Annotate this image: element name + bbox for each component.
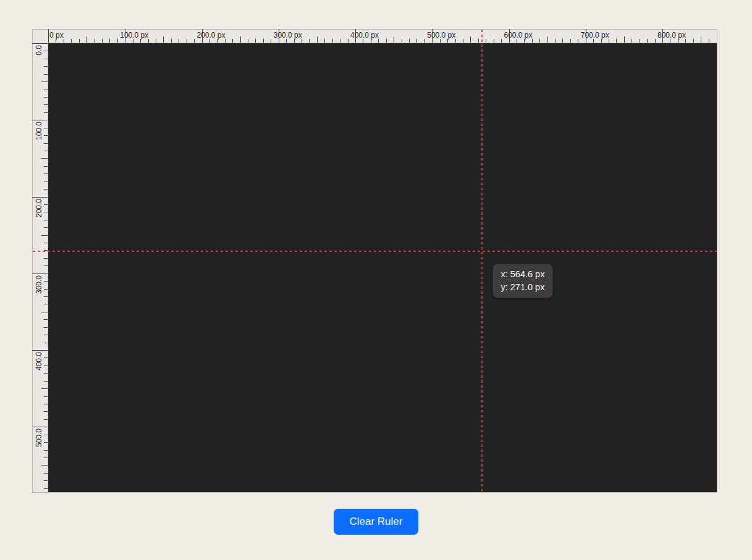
v-ruler-tick bbox=[44, 396, 48, 397]
h-ruler-tick bbox=[64, 39, 64, 43]
h-ruler-tick bbox=[478, 39, 479, 43]
h-ruler-tick bbox=[140, 39, 141, 43]
h-ruler-tick bbox=[501, 39, 502, 43]
h-ruler-label: 400.0 px bbox=[350, 31, 379, 39]
v-ruler-tick bbox=[44, 343, 48, 343]
v-ruler-tick bbox=[44, 258, 48, 259]
measurement-canvas[interactable] bbox=[48, 43, 717, 492]
h-ruler-tick bbox=[609, 39, 609, 43]
v-ruler-tick bbox=[44, 335, 48, 335]
h-ruler-tick bbox=[693, 39, 694, 43]
h-ruler-tick bbox=[179, 39, 179, 43]
v-ruler-tick bbox=[44, 189, 48, 190]
h-ruler-tick bbox=[217, 39, 218, 43]
v-ruler-tick bbox=[32, 274, 48, 274]
h-ruler-tick bbox=[79, 39, 80, 43]
v-ruler-tick bbox=[44, 243, 48, 243]
v-ruler-tick bbox=[41, 81, 48, 82]
v-ruler-label: 0.0 bbox=[35, 45, 43, 56]
v-ruler-tick bbox=[44, 59, 48, 59]
h-ruler-tick bbox=[647, 39, 648, 43]
h-ruler-tick bbox=[194, 39, 195, 43]
h-ruler-tick bbox=[71, 39, 72, 43]
v-ruler-label: 200.0 bbox=[35, 199, 43, 217]
h-ruler-tick bbox=[263, 39, 264, 43]
v-ruler-tick bbox=[44, 366, 48, 366]
v-ruler-tick bbox=[32, 427, 48, 427]
v-ruler-tick bbox=[41, 235, 48, 236]
h-ruler-tick bbox=[655, 39, 656, 43]
clear-ruler-button[interactable]: Clear Ruler bbox=[334, 509, 419, 535]
v-ruler-tick bbox=[44, 74, 48, 75]
h-ruler-tick bbox=[455, 39, 456, 43]
h-ruler-tick bbox=[248, 39, 248, 43]
horizontal-ruler: 0.0 px100.0 px200.0 px300.0 px400.0 px50… bbox=[33, 30, 717, 43]
h-ruler-tick bbox=[171, 39, 172, 43]
h-ruler-tick bbox=[348, 39, 349, 43]
h-ruler-tick bbox=[95, 39, 95, 43]
h-ruler-label: 800.0 px bbox=[657, 31, 686, 39]
h-ruler-tick bbox=[562, 39, 563, 43]
v-ruler-tick bbox=[44, 450, 48, 451]
v-ruler-tick bbox=[44, 143, 48, 144]
h-ruler-tick bbox=[678, 39, 678, 43]
v-ruler-tick bbox=[41, 158, 48, 159]
h-ruler-tick bbox=[340, 39, 340, 43]
h-ruler-tick bbox=[209, 39, 210, 43]
h-ruler-tick bbox=[156, 39, 156, 43]
v-ruler-tick bbox=[44, 304, 48, 304]
h-ruler-tick bbox=[386, 39, 387, 43]
h-ruler-tick bbox=[87, 36, 87, 43]
v-ruler-tick bbox=[44, 151, 48, 151]
v-ruler-tick bbox=[44, 281, 48, 282]
v-ruler-label: 400.0 bbox=[35, 352, 43, 370]
crosshair-horizontal-line bbox=[33, 251, 717, 252]
h-ruler-tick bbox=[517, 39, 517, 43]
h-ruler-tick bbox=[371, 39, 371, 43]
v-ruler-tick bbox=[44, 480, 48, 481]
h-ruler-tick bbox=[447, 39, 448, 43]
h-ruler-tick bbox=[117, 39, 118, 43]
v-ruler-tick bbox=[32, 43, 48, 44]
h-ruler-tick bbox=[570, 39, 571, 43]
h-ruler-label: 700.0 px bbox=[581, 31, 609, 39]
h-ruler-tick bbox=[524, 39, 525, 43]
v-ruler-tick bbox=[44, 411, 48, 412]
h-ruler-tick bbox=[494, 39, 494, 43]
h-ruler-label: 300.0 px bbox=[274, 31, 302, 39]
v-ruler-tick bbox=[44, 404, 48, 404]
h-ruler-tick bbox=[133, 39, 133, 43]
h-ruler-tick bbox=[402, 39, 402, 43]
h-ruler-tick bbox=[286, 39, 287, 43]
v-ruler-tick bbox=[44, 296, 48, 297]
h-ruler-tick bbox=[555, 39, 556, 43]
v-ruler-tick bbox=[44, 90, 48, 90]
v-ruler-tick bbox=[44, 182, 48, 182]
tooltip-x-value: x: 564.6 px bbox=[501, 268, 545, 281]
v-ruler-tick bbox=[44, 112, 48, 113]
v-ruler-tick bbox=[44, 166, 48, 167]
h-ruler-tick bbox=[547, 36, 548, 43]
v-ruler-tick bbox=[32, 350, 48, 351]
v-ruler-tick bbox=[44, 381, 48, 382]
h-ruler-tick bbox=[102, 39, 103, 43]
v-ruler-tick bbox=[44, 458, 48, 458]
h-ruler-tick bbox=[332, 39, 333, 43]
h-ruler-label: 200.0 px bbox=[197, 31, 226, 39]
page: { "ruler": { "horizontal": { "labels": [… bbox=[0, 0, 752, 560]
h-ruler-tick bbox=[363, 39, 363, 43]
ruler-corner bbox=[33, 30, 48, 43]
v-ruler-tick bbox=[44, 488, 48, 489]
v-ruler-tick bbox=[44, 104, 48, 105]
h-ruler-tick bbox=[56, 39, 56, 43]
h-ruler-tick bbox=[425, 39, 425, 43]
h-ruler-tick bbox=[616, 39, 617, 43]
h-ruler-tick bbox=[632, 39, 632, 43]
v-ruler-label: 300.0 bbox=[35, 275, 43, 294]
v-ruler-tick bbox=[41, 388, 48, 389]
v-ruler-tick bbox=[44, 442, 48, 443]
h-ruler-tick bbox=[294, 39, 295, 43]
h-ruler-tick bbox=[709, 39, 709, 43]
v-ruler-tick bbox=[44, 289, 48, 290]
h-ruler-tick bbox=[640, 39, 640, 43]
